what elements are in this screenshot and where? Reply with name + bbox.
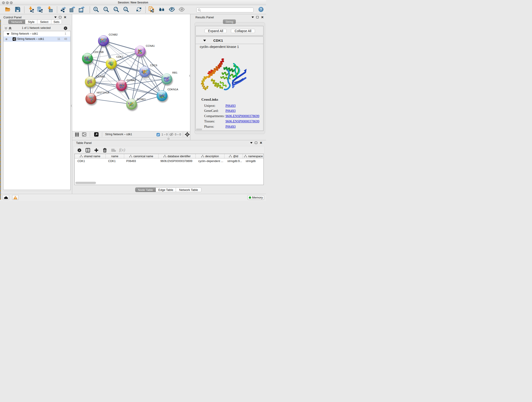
svg-text:CCNE1: CCNE1: [137, 98, 146, 101]
svg-text:CDKN1A: CDKN1A: [167, 88, 178, 91]
svg-text:CDK1: CDK1: [116, 56, 123, 58]
svg-text:CDC25B: CDC25B: [93, 51, 104, 53]
svg-text:CCNA2: CCNA2: [127, 79, 136, 82]
svg-text:CDC6: CDC6: [150, 64, 157, 67]
svg-text:CCNA1: CCNA1: [146, 45, 155, 47]
svg-text:CCNB1: CCNB1: [96, 75, 105, 78]
svg-text:CCNB2: CCNB2: [109, 33, 118, 36]
svg-text:HIST1H1A: HIST1H1A: [97, 91, 109, 94]
svg-text:RB1: RB1: [172, 71, 177, 74]
